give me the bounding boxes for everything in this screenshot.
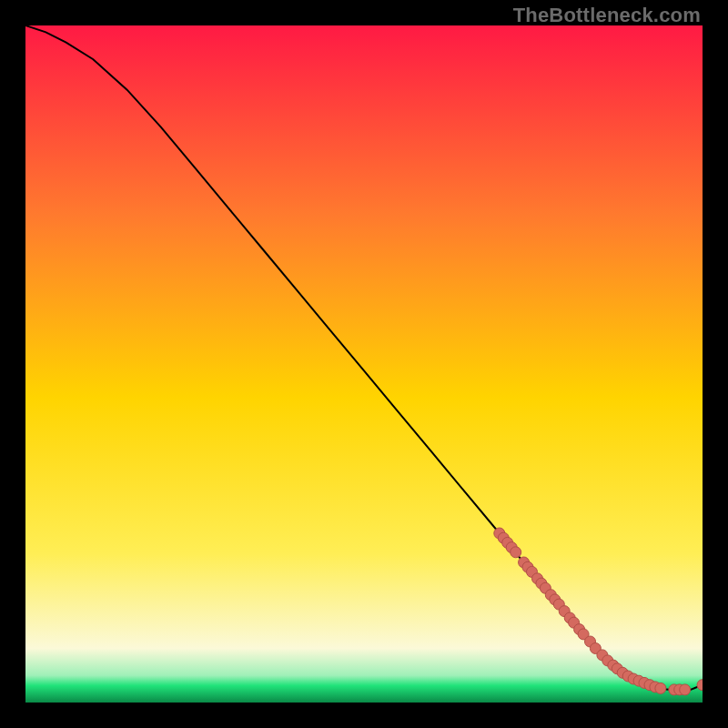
plot-svg (25, 25, 703, 703)
gradient-background (25, 25, 703, 703)
data-marker (680, 684, 691, 695)
plot-area (25, 25, 703, 703)
data-marker (511, 547, 521, 558)
data-marker (655, 682, 666, 693)
watermark-label: TheBottleneck.com (513, 4, 701, 27)
chart-stage: TheBottleneck.com (0, 0, 728, 728)
